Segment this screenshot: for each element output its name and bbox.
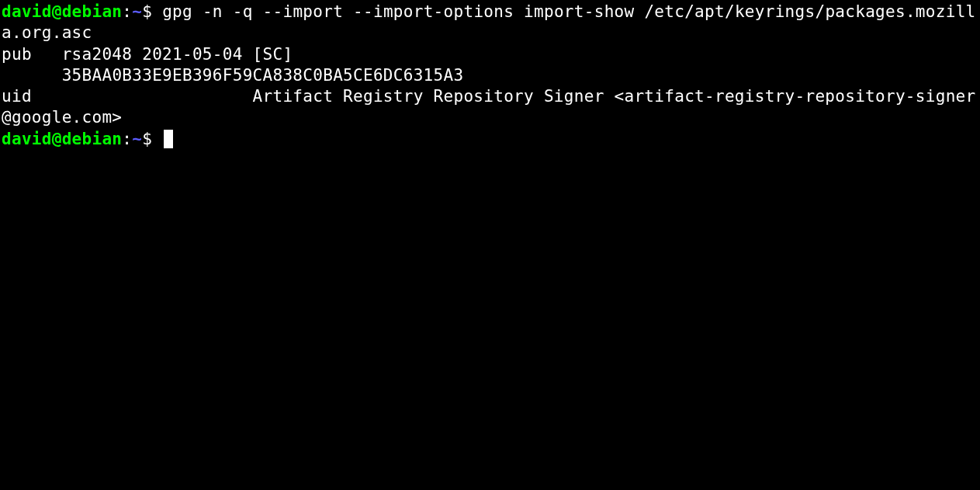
command-input-area[interactable] [152,130,173,148]
command-line-1: david@debian:~$ gpg -n -q --import --imp… [2,2,978,44]
terminal-window[interactable]: david@debian:~$ gpg -n -q --import --imp… [2,2,978,150]
cursor-icon [164,130,173,148]
prompt-user-host-2: david@debian [2,130,122,148]
prompt-path-2: ~ [132,130,142,148]
prompt-separator: : [122,2,132,21]
output-line-uid: uid Artifact Registry Repository Signer … [2,86,978,129]
prompt-path: ~ [132,2,142,21]
output-line-fingerprint: 35BAA0B33E9EB396F59CA838C0BA5CE6DC6315A3 [2,65,978,86]
prompt-separator-2: : [122,130,132,148]
command-line-2: david@debian:~$ [2,129,978,150]
prompt-symbol: $ [142,2,152,21]
output-line-pub: pub rsa2048 2021-05-04 [SC] [2,44,978,65]
prompt-user-host: david@debian [2,2,122,21]
prompt-symbol-2: $ [142,130,152,148]
